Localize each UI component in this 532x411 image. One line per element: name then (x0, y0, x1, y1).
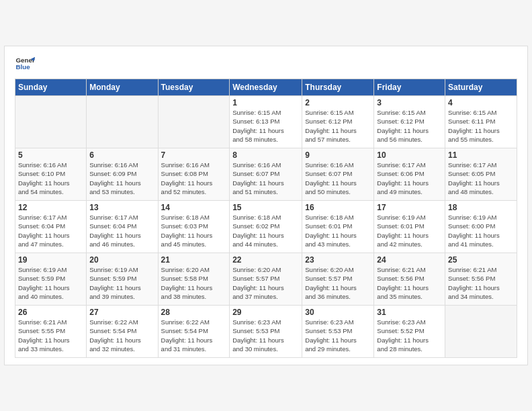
day-info: Sunrise: 6:19 AM Sunset: 5:59 PM Dayligh… (18, 265, 83, 301)
day-number: 15 (232, 203, 299, 212)
day-info: Sunrise: 6:15 AM Sunset: 6:11 PM Dayligh… (448, 108, 514, 144)
day-number: 28 (161, 308, 227, 317)
day-number: 20 (89, 255, 154, 265)
day-info: Sunrise: 6:17 AM Sunset: 6:06 PM Dayligh… (377, 161, 442, 196)
day-number: 19 (18, 255, 83, 265)
day-cell (15, 96, 87, 148)
day-cell (158, 96, 230, 148)
day-info: Sunrise: 6:22 AM Sunset: 5:54 PM Dayligh… (89, 318, 154, 353)
day-info: Sunrise: 6:17 AM Sunset: 6:04 PM Dayligh… (18, 213, 83, 248)
day-cell (445, 306, 517, 358)
day-cell: 30Sunrise: 6:23 AM Sunset: 5:53 PM Dayli… (302, 306, 374, 358)
day-info: Sunrise: 6:23 AM Sunset: 5:53 PM Dayligh… (305, 318, 371, 353)
day-info: Sunrise: 6:20 AM Sunset: 5:57 PM Dayligh… (232, 265, 299, 301)
day-cell: 15Sunrise: 6:18 AM Sunset: 6:02 PM Dayli… (230, 201, 302, 253)
day-number: 7 (161, 150, 227, 160)
day-cell: 29Sunrise: 6:23 AM Sunset: 5:53 PM Dayli… (230, 306, 302, 358)
day-info: Sunrise: 6:18 AM Sunset: 6:02 PM Dayligh… (232, 213, 299, 248)
day-number: 13 (89, 203, 154, 212)
weekday-header-wednesday: Wednesday (230, 79, 302, 96)
day-info: Sunrise: 6:15 AM Sunset: 6:12 PM Dayligh… (305, 108, 371, 144)
day-number: 2 (305, 98, 371, 107)
day-info: Sunrise: 6:19 AM Sunset: 5:59 PM Dayligh… (89, 265, 154, 301)
day-cell: 27Sunrise: 6:22 AM Sunset: 5:54 PM Dayli… (87, 306, 158, 358)
day-info: Sunrise: 6:21 AM Sunset: 5:56 PM Dayligh… (448, 265, 514, 301)
day-cell: 1Sunrise: 6:15 AM Sunset: 6:13 PM Daylig… (230, 96, 302, 148)
day-cell: 13Sunrise: 6:17 AM Sunset: 6:04 PM Dayli… (87, 201, 158, 253)
day-info: Sunrise: 6:21 AM Sunset: 5:55 PM Dayligh… (18, 318, 83, 353)
week-row-2: 5Sunrise: 6:16 AM Sunset: 6:10 PM Daylig… (15, 148, 517, 201)
day-number: 5 (18, 150, 83, 160)
day-info: Sunrise: 6:15 AM Sunset: 6:13 PM Dayligh… (232, 108, 299, 144)
day-number: 16 (305, 203, 371, 212)
day-number: 10 (377, 150, 442, 160)
logo: General Blue (15, 53, 38, 73)
day-number: 30 (305, 308, 371, 317)
day-info: Sunrise: 6:23 AM Sunset: 5:52 PM Dayligh… (377, 318, 442, 353)
day-cell (87, 96, 158, 148)
week-row-5: 26Sunrise: 6:21 AM Sunset: 5:55 PM Dayli… (15, 306, 517, 358)
day-cell: 7Sunrise: 6:16 AM Sunset: 6:08 PM Daylig… (158, 148, 230, 201)
day-info: Sunrise: 6:18 AM Sunset: 6:03 PM Dayligh… (161, 213, 227, 248)
day-cell: 6Sunrise: 6:16 AM Sunset: 6:09 PM Daylig… (87, 148, 158, 201)
day-info: Sunrise: 6:17 AM Sunset: 6:05 PM Dayligh… (448, 161, 514, 196)
day-info: Sunrise: 6:19 AM Sunset: 6:00 PM Dayligh… (448, 213, 514, 248)
day-info: Sunrise: 6:18 AM Sunset: 6:01 PM Dayligh… (305, 213, 371, 248)
day-info: Sunrise: 6:20 AM Sunset: 5:58 PM Dayligh… (161, 265, 227, 301)
day-info: Sunrise: 6:23 AM Sunset: 5:53 PM Dayligh… (232, 318, 299, 353)
day-number: 24 (377, 255, 442, 265)
day-number: 18 (448, 203, 514, 212)
logo-icon: General Blue (15, 53, 35, 73)
day-cell: 23Sunrise: 6:20 AM Sunset: 5:57 PM Dayli… (302, 253, 374, 306)
day-number: 22 (232, 255, 299, 265)
week-row-1: 1Sunrise: 6:15 AM Sunset: 6:13 PM Daylig… (15, 96, 517, 148)
day-number: 6 (89, 150, 154, 160)
day-cell: 21Sunrise: 6:20 AM Sunset: 5:58 PM Dayli… (158, 253, 230, 306)
day-number: 9 (305, 150, 371, 160)
day-number: 14 (161, 203, 227, 212)
day-number: 26 (18, 308, 83, 317)
week-row-3: 12Sunrise: 6:17 AM Sunset: 6:04 PM Dayli… (15, 201, 517, 253)
day-number: 23 (305, 255, 371, 265)
weekday-header-thursday: Thursday (302, 79, 374, 96)
week-row-4: 19Sunrise: 6:19 AM Sunset: 5:59 PM Dayli… (15, 253, 517, 306)
weekday-header-friday: Friday (374, 79, 445, 96)
day-cell: 9Sunrise: 6:16 AM Sunset: 6:07 PM Daylig… (302, 148, 374, 201)
day-number: 21 (161, 255, 227, 265)
day-cell: 22Sunrise: 6:20 AM Sunset: 5:57 PM Dayli… (230, 253, 302, 306)
day-cell: 16Sunrise: 6:18 AM Sunset: 6:01 PM Dayli… (302, 201, 374, 253)
day-info: Sunrise: 6:19 AM Sunset: 6:01 PM Dayligh… (377, 213, 442, 248)
day-info: Sunrise: 6:16 AM Sunset: 6:10 PM Dayligh… (18, 161, 83, 196)
day-info: Sunrise: 6:16 AM Sunset: 6:09 PM Dayligh… (89, 161, 154, 196)
weekday-header-sunday: Sunday (15, 79, 87, 96)
day-number: 31 (377, 308, 442, 317)
day-cell: 3Sunrise: 6:15 AM Sunset: 6:12 PM Daylig… (374, 96, 445, 148)
day-cell: 25Sunrise: 6:21 AM Sunset: 5:56 PM Dayli… (445, 253, 517, 306)
day-cell: 20Sunrise: 6:19 AM Sunset: 5:59 PM Dayli… (87, 253, 158, 306)
day-cell: 5Sunrise: 6:16 AM Sunset: 6:10 PM Daylig… (15, 148, 87, 201)
svg-text:Blue: Blue (16, 63, 31, 71)
day-cell: 10Sunrise: 6:17 AM Sunset: 6:06 PM Dayli… (374, 148, 445, 201)
day-cell: 2Sunrise: 6:15 AM Sunset: 6:12 PM Daylig… (302, 96, 374, 148)
day-info: Sunrise: 6:16 AM Sunset: 6:07 PM Dayligh… (305, 161, 371, 196)
day-number: 11 (448, 150, 514, 160)
weekday-header-saturday: Saturday (445, 79, 517, 96)
day-cell: 26Sunrise: 6:21 AM Sunset: 5:55 PM Dayli… (15, 306, 87, 358)
day-info: Sunrise: 6:16 AM Sunset: 6:07 PM Dayligh… (232, 161, 299, 196)
day-cell: 18Sunrise: 6:19 AM Sunset: 6:00 PM Dayli… (445, 201, 517, 253)
day-number: 25 (448, 255, 514, 265)
day-info: Sunrise: 6:16 AM Sunset: 6:08 PM Dayligh… (161, 161, 227, 196)
day-info: Sunrise: 6:17 AM Sunset: 6:04 PM Dayligh… (89, 213, 154, 248)
day-cell: 11Sunrise: 6:17 AM Sunset: 6:05 PM Dayli… (445, 148, 517, 201)
day-cell: 17Sunrise: 6:19 AM Sunset: 6:01 PM Dayli… (374, 201, 445, 253)
weekday-header-row: SundayMondayTuesdayWednesdayThursdayFrid… (15, 79, 517, 96)
day-cell: 8Sunrise: 6:16 AM Sunset: 6:07 PM Daylig… (230, 148, 302, 201)
day-cell: 28Sunrise: 6:22 AM Sunset: 5:54 PM Dayli… (158, 306, 230, 358)
header: General Blue (15, 53, 517, 73)
day-cell: 24Sunrise: 6:21 AM Sunset: 5:56 PM Dayli… (374, 253, 445, 306)
day-cell: 12Sunrise: 6:17 AM Sunset: 6:04 PM Dayli… (15, 201, 87, 253)
calendar-container: General Blue SundayMondayTuesdayWednesda… (4, 46, 528, 365)
day-number: 1 (232, 98, 299, 107)
day-info: Sunrise: 6:21 AM Sunset: 5:56 PM Dayligh… (377, 265, 442, 301)
day-cell: 31Sunrise: 6:23 AM Sunset: 5:52 PM Dayli… (374, 306, 445, 358)
